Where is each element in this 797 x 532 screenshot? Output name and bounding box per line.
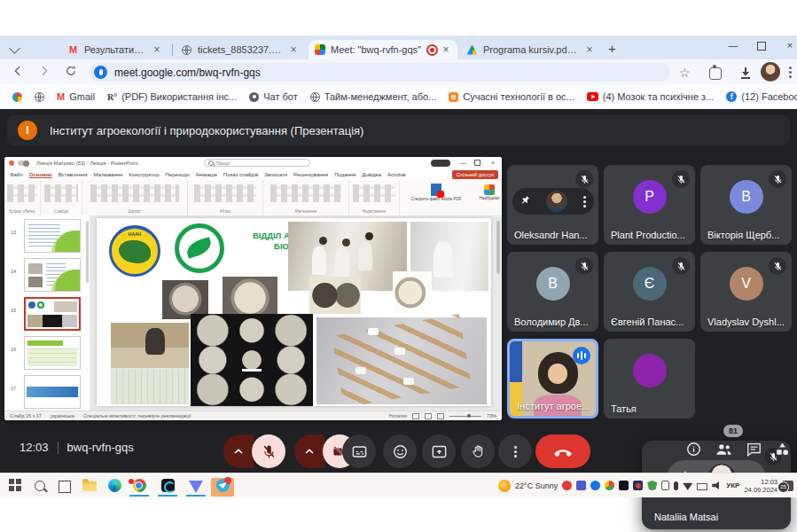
tab-close-icon[interactable]: × — [151, 43, 163, 56]
tab-close-icon[interactable]: × — [583, 43, 596, 56]
end-call-button[interactable] — [535, 434, 590, 468]
usb-tray-icon[interactable] — [661, 481, 669, 490]
avatar: B — [730, 180, 763, 214]
url-text: meet.google.com/bwq-rvfn-gqs — [114, 66, 261, 79]
tab-search-chevron-icon[interactable] — [11, 44, 19, 52]
file-explorer-icon[interactable] — [78, 478, 101, 497]
task-view-icon[interactable] — [53, 478, 76, 497]
extensions-icon[interactable] — [709, 67, 722, 80]
participant-name: Євгеній Панас... — [611, 317, 690, 327]
people-button[interactable] — [713, 438, 734, 459]
start-button[interactable] — [4, 478, 27, 497]
window-maximize-button[interactable] — [755, 39, 768, 51]
participant-tile-yevhenii[interactable]: Є Євгеній Панас... — [604, 252, 695, 332]
battery-tray-icon[interactable] — [697, 483, 707, 490]
ppt-title-bar: Лекція Матрикс (53) - Лекція - PowerPoin… — [4, 157, 502, 169]
ppt-tab-animations: Анімація — [196, 172, 217, 177]
tab-close-icon[interactable]: × — [440, 43, 452, 56]
bookmark-time-management[interactable]: Тайм-менеджмент, або... — [310, 91, 437, 102]
presentation-share[interactable]: Лекція Матрикс (53) - Лекція - PowerPoin… — [4, 157, 502, 420]
chrome-tray-icon[interactable] — [605, 481, 614, 490]
participant-name: Вікторія Щерб... — [707, 230, 786, 240]
antivirus-tray-icon[interactable] — [647, 481, 657, 490]
clipchamp-taskbar-icon[interactable] — [156, 478, 179, 497]
participant-tile-plant[interactable]: P Plant Productio... — [604, 165, 695, 245]
participant-name: Інститут агрое... — [517, 401, 590, 411]
bookmark-blogger[interactable]: BСучасні технології в ос... — [449, 91, 574, 102]
notification-count-badge: 25 — [777, 481, 789, 493]
profile-avatar[interactable] — [761, 62, 780, 82]
chat-button[interactable] — [743, 438, 764, 459]
meeting-details-button[interactable] — [683, 438, 704, 459]
camera-options-caret[interactable] — [294, 434, 324, 468]
notification-center-icon[interactable]: 25 — [782, 481, 793, 491]
reactions-button[interactable] — [383, 434, 417, 468]
participant-tile-viktoriia[interactable]: B Вікторія Щерб... — [700, 165, 792, 245]
pin-icon[interactable] — [520, 193, 530, 209]
participant-tile-instytut-video[interactable]: Інститут агрое... — [507, 339, 598, 419]
language-indicator[interactable]: УКР — [726, 481, 739, 489]
speaker-tray-icon[interactable] — [712, 481, 722, 490]
ppt-status-bar: Слайд 15 з 17 українська Спеціальні можл… — [4, 411, 502, 420]
participant-tile-tatiana[interactable]: Татья — [604, 339, 695, 419]
tile-menu-kebab-icon[interactable] — [583, 200, 586, 203]
thumbnail-scrollbar — [86, 221, 89, 283]
more-options-button[interactable] — [498, 434, 532, 468]
forward-button[interactable] — [37, 64, 53, 80]
bookmark-pdf-article[interactable]: R°(PDF) Використання інс... — [107, 91, 237, 102]
new-tab-button[interactable]: + — [608, 41, 616, 56]
raise-hand-button[interactable] — [461, 434, 495, 468]
bookmark-globe-icon[interactable] — [35, 92, 44, 102]
bookmark-colorful-icon[interactable] — [12, 92, 22, 102]
gear-icon — [249, 92, 259, 102]
bookmark-youtube[interactable]: (4) Мозок та психічне з... — [587, 91, 715, 102]
drive-icon — [466, 44, 478, 56]
activities-button[interactable] — [771, 438, 793, 459]
chrome-taskbar-icon[interactable] — [128, 478, 151, 497]
vpn-tray-icon[interactable] — [562, 481, 572, 490]
tray-clock[interactable]: 12:03 24.09.2024 — [744, 478, 777, 494]
tab-meet-active[interactable]: Meet: "bwq-rvfn-gqs" × — [309, 40, 457, 59]
system-tray: 22°C Sunny УКР 12:03 24.09.2024 25 — [498, 473, 793, 497]
ppt-create-pdf-button: Створити файл Adobe PDF — [400, 180, 473, 215]
bookmark-gmail[interactable]: MGmail — [57, 91, 95, 102]
app-triangle-taskbar-icon[interactable] — [184, 478, 207, 497]
weather-text[interactable]: 22°C Sunny — [515, 481, 558, 490]
captions-button[interactable] — [342, 434, 376, 468]
teams-tray-icon[interactable] — [576, 481, 586, 490]
back-button[interactable] — [11, 64, 27, 80]
edge-icon[interactable] — [103, 478, 126, 497]
window-close-button[interactable]: × — [784, 39, 796, 51]
window-minimize-button[interactable]: — — [727, 39, 739, 51]
ppt-window-title: Лекція Матрикс (53) - Лекція - PowerPoin… — [36, 160, 138, 166]
participant-tile-oleksandr[interactable]: Oleksandr Han... — [507, 165, 598, 245]
browser-menu-kebab-icon[interactable] — [789, 71, 792, 74]
participant-tile-vladyslav[interactable]: V Vladyslav Dyshl... — [700, 252, 792, 332]
reload-button[interactable] — [64, 64, 80, 80]
tab-tickets-pdf[interactable]: tickets_8853237.pdf × — [176, 40, 305, 59]
bookmark-facebook[interactable]: f(12) Facebook Live | Fac... — [726, 91, 797, 102]
mic-tray-icon[interactable] — [674, 481, 678, 490]
telegram-taskbar-icon[interactable] — [211, 478, 234, 497]
address-bar[interactable]: meet.google.com/bwq-rvfn-gqs — [89, 63, 670, 82]
mic-permission-icon[interactable] — [94, 66, 107, 79]
downloads-icon[interactable] — [739, 66, 752, 79]
bluetooth-tray-icon[interactable] — [590, 481, 600, 490]
ppt-tab-design: Конструктор — [129, 172, 159, 177]
tab-close-icon[interactable]: × — [287, 43, 300, 56]
tab-gmail-search[interactable]: M Результати пошуку - m19050829@g × — [62, 40, 168, 59]
present-button[interactable] — [422, 434, 456, 468]
bookmark-chatbot[interactable]: Чат бот — [249, 91, 298, 102]
media-tray-icon[interactable] — [633, 481, 643, 490]
participant-tile-volodymyr[interactable]: В Володимир Дв... — [507, 252, 598, 332]
mic-toggle-button[interactable] — [252, 434, 285, 468]
tab-programa-pdf[interactable]: Programa kursiv.pdf - Google Диск × — [461, 40, 601, 59]
ppt-tab-acrobat: Acrobat — [387, 172, 406, 177]
wifi-tray-icon[interactable] — [683, 481, 692, 490]
mic-options-caret[interactable] — [223, 434, 254, 468]
mic-off-icon — [769, 257, 786, 275]
bookmark-star-icon[interactable]: ☆ — [679, 65, 691, 81]
weather-icon[interactable] — [498, 480, 511, 492]
clipchamp-tray-icon[interactable] — [619, 481, 629, 490]
taskbar-search-icon[interactable] — [28, 478, 51, 497]
